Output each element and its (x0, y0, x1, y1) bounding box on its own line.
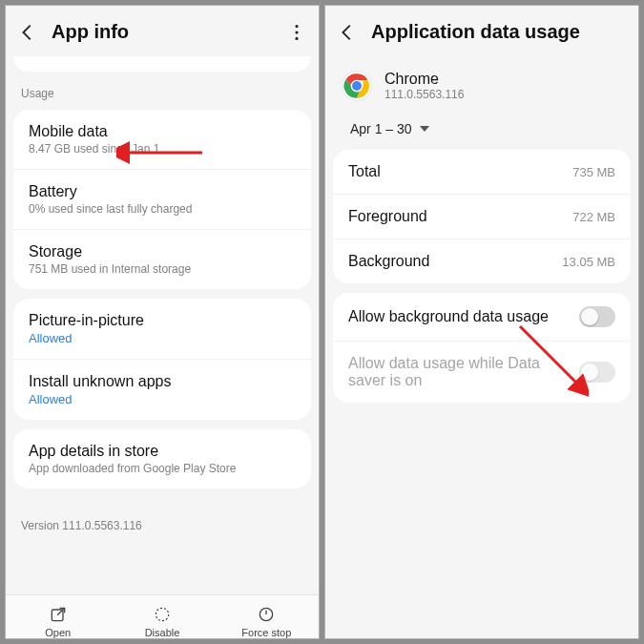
bottom-bar: Open Disable Force stop (6, 594, 319, 638)
date-range-label: Apr 1 – 30 (350, 121, 412, 136)
battery-title: Battery (29, 183, 296, 200)
row-sub-cutoff (13, 62, 311, 72)
chevron-down-icon (420, 126, 429, 132)
annotation-arrow-icon (516, 322, 589, 397)
foreground-label: Foreground (348, 208, 427, 225)
page-title: App info (52, 21, 273, 43)
disable-icon (153, 605, 172, 624)
foreground-row: Foreground 722 MB (333, 194, 631, 239)
unknown-apps-value: Allowed (29, 392, 296, 406)
svg-point-2 (295, 36, 298, 39)
storage-sub: 751 MB used in Internal storage (29, 262, 296, 276)
disable-label: Disable (145, 627, 180, 638)
svg-point-5 (156, 608, 168, 620)
app-details-store-row[interactable]: App details in store App downloaded from… (13, 429, 311, 488)
mobile-data-title: Mobile data (29, 123, 296, 140)
total-row: Total 735 MB (333, 150, 631, 194)
battery-sub: 0% used since last fully charged (29, 202, 296, 216)
app-name: Chrome (384, 71, 464, 88)
open-icon (49, 605, 68, 624)
more-icon[interactable] (286, 22, 307, 43)
svg-point-1 (295, 31, 298, 33)
app-header: Chrome 111.0.5563.116 (325, 58, 638, 114)
force-stop-icon (257, 605, 276, 624)
background-value: 13.05 MB (562, 255, 615, 269)
mobile-data-row[interactable]: Mobile data 8.47 GB used since Jan 1 (13, 110, 311, 169)
app-version: 111.0.5563.116 (384, 88, 464, 101)
store-title: App details in store (29, 443, 296, 460)
mobile-data-sub: 8.47 GB used since Jan 1 (29, 142, 296, 156)
total-label: Total (348, 163, 381, 180)
page-title: Application data usage (371, 21, 627, 43)
disable-button[interactable]: Disable (110, 601, 214, 638)
unknown-apps-title: Install unknown apps (29, 373, 296, 390)
open-label: Open (45, 627, 71, 638)
back-icon[interactable] (337, 22, 358, 43)
storage-row[interactable]: Storage 751 MB used in Internal storage (13, 229, 311, 289)
unknown-apps-row[interactable]: Install unknown apps Allowed (13, 359, 311, 420)
date-range-dropdown[interactable]: Apr 1 – 30 (325, 114, 638, 150)
force-stop-label: Force stop (241, 627, 291, 638)
total-value: 735 MB (572, 165, 615, 179)
store-sub: App downloaded from Google Play Store (29, 462, 296, 475)
force-stop-button[interactable]: Force stop (215, 601, 319, 638)
background-label: Background (348, 253, 429, 270)
open-button[interactable]: Open (6, 601, 110, 638)
svg-line-14 (520, 326, 579, 385)
storage-title: Storage (29, 243, 296, 260)
battery-row[interactable]: Battery 0% used since last fully charged (13, 169, 311, 229)
pip-row[interactable]: Picture-in-picture Allowed (13, 299, 311, 359)
foreground-value: 722 MB (572, 210, 615, 224)
back-icon[interactable] (17, 22, 38, 43)
svg-point-0 (295, 25, 298, 28)
pip-value: Allowed (29, 331, 296, 345)
section-usage-label: Usage (6, 81, 319, 110)
chrome-icon (341, 70, 373, 102)
background-row: Background 13.05 MB (333, 239, 631, 283)
pip-title: Picture-in-picture (29, 312, 296, 329)
version-label: Version 111.0.5563.116 (6, 498, 319, 553)
